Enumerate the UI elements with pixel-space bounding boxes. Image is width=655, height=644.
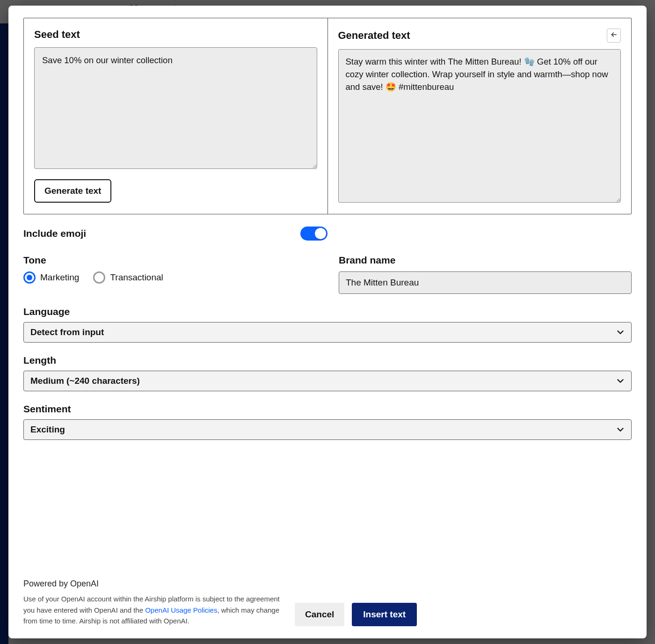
seed-panel: Seed text Generate text [24, 18, 328, 214]
include-emoji-toggle[interactable] [300, 227, 328, 241]
chevron-down-icon [615, 327, 626, 337]
insert-text-button[interactable]: Insert text [352, 603, 417, 626]
generated-textarea[interactable] [338, 49, 621, 203]
tone-label: Tone [23, 255, 316, 266]
chevron-down-icon [615, 376, 626, 386]
toggle-knob [315, 228, 326, 239]
language-label: Language [23, 306, 632, 317]
cancel-button[interactable]: Cancel [295, 603, 344, 626]
generated-panel: Generated text Stay warm this winter wit… [328, 18, 632, 214]
length-field: Length Medium (~240 characters) [23, 355, 632, 391]
seed-textarea[interactable] [34, 47, 317, 169]
tone-transactional-label: Transactional [110, 272, 163, 283]
copy-back-button[interactable] [607, 29, 621, 43]
brand-input[interactable] [339, 271, 632, 294]
generated-title: Generated text [338, 29, 410, 42]
sentiment-value: Exciting [30, 424, 65, 434]
text-panels: Seed text Generate text Generated text S… [23, 18, 632, 214]
length-label: Length [23, 355, 632, 366]
brand-label: Brand name [339, 255, 632, 266]
chevron-down-icon [615, 424, 626, 435]
include-emoji-label: Include emoji [23, 228, 300, 239]
radio-dot-icon [23, 271, 36, 284]
tone-marketing-label: Marketing [40, 272, 79, 283]
legal-text: Use of your OpenAI account within the Ai… [23, 593, 285, 626]
sentiment-label: Sentiment [23, 403, 632, 415]
brand-field: Brand name [339, 255, 632, 294]
options-section: Include emoji Tone Marketing Transaction… [23, 227, 632, 440]
seed-title: Seed text [34, 29, 80, 41]
openai-policies-link[interactable]: OpenAI Usage Policies [145, 606, 217, 614]
generate-text-button[interactable]: Generate text [34, 179, 111, 203]
language-select[interactable]: Detect from input [23, 322, 632, 343]
length-value: Medium (~240 characters) [30, 376, 140, 386]
sentiment-field: Sentiment Exciting [23, 403, 632, 440]
language-field: Language Detect from input [23, 306, 632, 343]
sentiment-select[interactable]: Exciting [23, 419, 632, 440]
arrow-left-icon [610, 31, 618, 40]
modal-footer: Powered by OpenAI Use of your OpenAI acc… [23, 565, 632, 626]
tone-field: Tone Marketing Transactional [23, 255, 316, 294]
language-value: Detect from input [30, 327, 104, 337]
tone-radio-transactional[interactable]: Transactional [93, 271, 163, 284]
tone-radio-marketing[interactable]: Marketing [23, 271, 79, 284]
ai-text-modal: Seed text Generate text Generated text S… [8, 6, 647, 638]
powered-by: Powered by OpenAI [23, 579, 285, 589]
radio-dot-icon [93, 271, 105, 284]
length-select[interactable]: Medium (~240 characters) [23, 371, 632, 391]
